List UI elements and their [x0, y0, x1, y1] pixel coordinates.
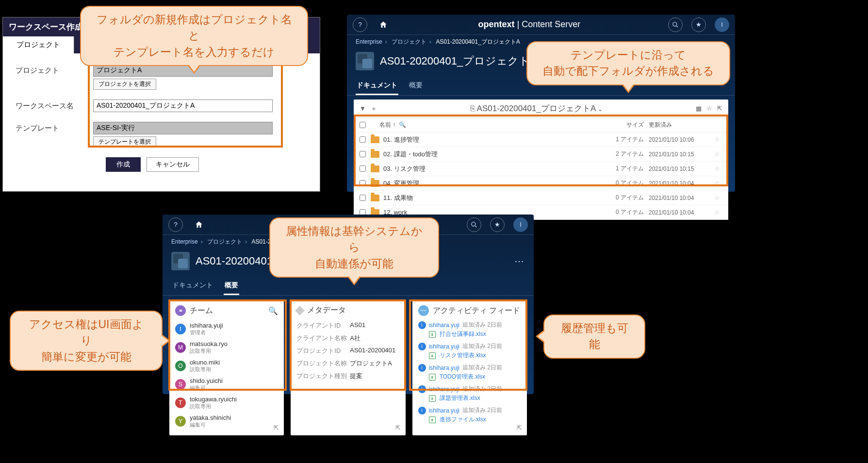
- folder-name[interactable]: 03. リスク管理: [383, 165, 610, 173]
- tab-overview[interactable]: 概要: [224, 277, 239, 295]
- popout-icon[interactable]: ⇱: [717, 105, 722, 112]
- metadata-value: AS01-20200401: [350, 347, 395, 355]
- star-icon[interactable]: ☆: [712, 150, 722, 158]
- metadata-key: クライアント名称: [296, 334, 350, 343]
- row-checkbox[interactable]: [360, 180, 366, 186]
- member-row[interactable]: T tokugawa.ryuichi 読取専用: [175, 394, 278, 412]
- folder-size: 1 アイテム: [610, 165, 644, 173]
- callout-template-folders: テンプレートに沿って 自動で配下フォルダが作成される: [526, 41, 730, 85]
- workspace-icon: [356, 52, 374, 70]
- search-icon[interactable]: [467, 217, 481, 232]
- row-checkbox[interactable]: [360, 195, 366, 201]
- star-view-icon[interactable]: ☆: [706, 105, 712, 112]
- table-row[interactable]: 01. 進捗管理 1 アイテム 2021/01/10 10:06 ☆: [354, 132, 728, 147]
- member-name: yataka.shinichi: [190, 414, 231, 421]
- tile-view-icon[interactable]: ▦: [696, 105, 702, 112]
- popout-icon[interactable]: ⇱: [395, 424, 401, 431]
- star-icon[interactable]: ☆: [712, 136, 722, 143]
- col-size[interactable]: サイズ: [610, 121, 644, 129]
- member-role: 読取専用: [190, 403, 237, 410]
- user-dot-icon: i: [418, 364, 426, 372]
- crumb-enterprise[interactable]: Enterprise: [356, 38, 382, 45]
- star-icon[interactable]: ☆: [712, 165, 722, 172]
- activity-meta: 追加済み 2日前: [462, 364, 502, 372]
- member-row[interactable]: S shido.yuichi 編集可: [175, 375, 278, 394]
- help-icon[interactable]: ?: [168, 217, 183, 232]
- user-dot-icon: i: [418, 321, 426, 329]
- select-all-checkbox[interactable]: [360, 122, 366, 128]
- add-icon[interactable]: ＋: [371, 104, 377, 113]
- user-menu-icon[interactable]: I: [715, 17, 729, 32]
- activity-user[interactable]: ishihara.yuji: [429, 364, 459, 371]
- col-name[interactable]: 名前: [379, 121, 391, 128]
- home-icon[interactable]: [192, 217, 206, 232]
- search-icon[interactable]: [668, 17, 683, 32]
- metadata-row: プロジェクト種別提案: [296, 370, 399, 382]
- folder-name[interactable]: 11. 成果物: [383, 194, 610, 202]
- create-button[interactable]: 作成: [106, 157, 141, 172]
- folder-updated: 2021/01/10 10:15: [649, 165, 712, 172]
- tab-documents[interactable]: ドキュメント: [356, 77, 398, 95]
- search-icon[interactable]: 🔍: [268, 306, 278, 315]
- member-row[interactable]: I ishihara.yuji 管理者: [175, 320, 278, 338]
- user-menu-icon[interactable]: I: [513, 217, 528, 232]
- member-row[interactable]: M matsuoka.ryo 読取専用: [175, 338, 278, 357]
- metadata-value: A社: [350, 334, 360, 343]
- activity-user[interactable]: ishihara.yuji: [429, 343, 459, 350]
- member-row[interactable]: Y yataka.shinichi 編集可: [175, 412, 278, 430]
- crumb-enterprise[interactable]: Enterprise: [171, 238, 198, 245]
- crumb-project[interactable]: プロジェクト: [392, 38, 426, 45]
- search-name-icon[interactable]: 🔍: [399, 121, 406, 128]
- popout-icon[interactable]: ⇱: [517, 424, 522, 431]
- more-icon[interactable]: ⋯: [514, 255, 525, 267]
- star-icon[interactable]: ☆: [712, 180, 722, 187]
- favorite-icon[interactable]: ★: [490, 217, 505, 232]
- popout-icon[interactable]: ⇱: [274, 424, 279, 431]
- table-row[interactable]: 02. 課題・todo管理 2 アイテム 2021/01/10 10:15 ☆: [354, 147, 728, 162]
- row-checkbox[interactable]: [360, 136, 366, 143]
- member-role: 読取専用: [190, 347, 228, 355]
- callout-text: アクセス権はUI画面より 簡単に変更が可能: [29, 318, 144, 363]
- activity-file[interactable]: 進捗ファイル.xlsx: [440, 415, 486, 424]
- table-row[interactable]: 04. 変更管理 0 アイテム 2021/01/10 10:04 ☆: [354, 176, 728, 191]
- activity-file[interactable]: 課題管理表.xlsx: [440, 394, 480, 402]
- activity-file[interactable]: TODO管理表.xlsx: [440, 373, 485, 381]
- folder-name[interactable]: 04. 変更管理: [383, 179, 610, 188]
- activity-file[interactable]: 打合せ議事録.xlsx: [440, 330, 486, 338]
- tab-overview[interactable]: 概要: [408, 77, 424, 95]
- table-row[interactable]: 03. リスク管理 1 アイテム 2021/01/10 10:15 ☆: [354, 162, 728, 176]
- col-updated[interactable]: 更新済み: [649, 121, 712, 129]
- activity-file[interactable]: リスク管理表.xlsx: [440, 351, 486, 360]
- star-icon[interactable]: ☆: [712, 209, 722, 216]
- svg-point-0: [673, 22, 677, 26]
- activity-user[interactable]: ishihara.yuji: [429, 407, 459, 414]
- workspace-icon: [171, 252, 190, 270]
- favorite-icon[interactable]: ★: [691, 17, 706, 32]
- home-icon[interactable]: [376, 17, 391, 32]
- help-icon[interactable]: ?: [353, 17, 367, 32]
- metadata-row: プロジェクト名称プロジェクトA: [296, 357, 399, 370]
- filter-icon[interactable]: ▼: [360, 105, 366, 112]
- tab-project[interactable]: プロジェクト: [3, 36, 74, 53]
- row-checkbox[interactable]: [360, 151, 366, 157]
- doc-location[interactable]: ⎘ AS01-20200401_プロジェクトA ⌄: [382, 103, 691, 114]
- member-role: 読取専用: [190, 366, 220, 373]
- folder-name[interactable]: 01. 進捗管理: [383, 135, 610, 144]
- card-title: メタデータ: [307, 305, 346, 315]
- metadata-key: クライアントID: [296, 321, 350, 330]
- metadata-row: プロジェクトIDAS01-20200401: [296, 345, 399, 357]
- folder-name[interactable]: 02. 課題・todo管理: [383, 150, 610, 159]
- row-checkbox[interactable]: [360, 165, 366, 172]
- excel-icon: x: [429, 352, 436, 359]
- activity-user[interactable]: ishihara.yuji: [429, 322, 459, 329]
- crumb-project[interactable]: プロジェクト: [207, 238, 242, 245]
- tab-documents[interactable]: ドキュメント: [171, 277, 214, 295]
- star-icon[interactable]: ☆: [712, 194, 722, 201]
- activity-user[interactable]: ishihara.yuji: [429, 386, 459, 393]
- cs-topbar: ? opentext | Content Server ★ I: [347, 15, 735, 35]
- label-wsname: ワークスペース名: [16, 99, 93, 111]
- table-row[interactable]: 11. 成果物 0 アイテム 2021/01/10 10:04 ☆: [354, 191, 728, 205]
- member-row[interactable]: O okuno.miki 読取専用: [175, 357, 278, 375]
- callout-metadata: 属性情報は基幹システムから 自動連係が可能: [269, 217, 439, 278]
- cancel-button[interactable]: キャンセル: [147, 157, 199, 172]
